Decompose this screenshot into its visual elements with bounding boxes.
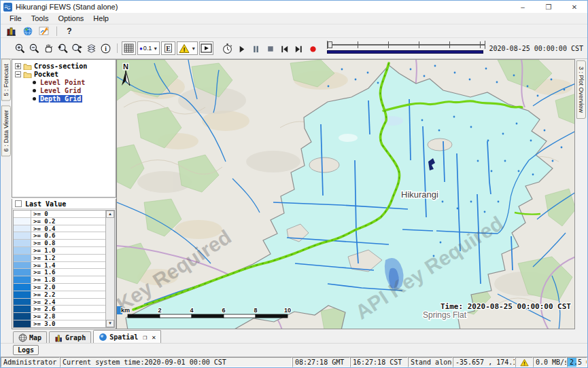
tab-data-viewer[interactable]: 6 : Data Viewer	[1, 105, 11, 156]
timeseries-icon[interactable]	[36, 25, 52, 37]
database-icon[interactable]	[3, 25, 20, 37]
zoom-in-icon[interactable]	[13, 41, 27, 55]
right-tab-rail: 3 : Plot Overview	[575, 59, 587, 329]
tree-node-pocket[interactable]: Pocket	[12, 70, 116, 78]
legend-row: >= 0.6	[14, 232, 114, 240]
legend-row-label: >= 0.2	[31, 218, 114, 225]
warning-icon: !	[520, 358, 529, 367]
legend-row-label: >= 0.6	[31, 232, 114, 239]
step-forward-icon[interactable]	[292, 41, 306, 55]
window-title: Hikurangi FEWS (Stand alone)	[16, 3, 118, 11]
legend-row: >= 0.2	[14, 218, 114, 225]
last-value-option[interactable]: Last Value	[12, 199, 116, 209]
pause-icon[interactable]	[249, 41, 263, 55]
layers-icon[interactable]	[84, 41, 99, 55]
tab-graph[interactable]: Graph	[49, 331, 91, 343]
status-warning-cell[interactable]: !	[515, 357, 533, 367]
globe-icon[interactable]	[20, 25, 36, 37]
tab-plot-overview[interactable]: 3 : Plot Overview	[576, 60, 586, 119]
tree-node-level-point[interactable]: Level Point	[12, 78, 116, 86]
scroll-down-icon[interactable]: ▼	[106, 320, 114, 327]
layer-tree: Cross-section Pocket Level Point Level G…	[12, 59, 116, 198]
animation-timer-icon[interactable]	[220, 41, 235, 55]
legend-color-swatch	[14, 247, 31, 254]
zoom-previous-icon[interactable]	[56, 41, 70, 55]
legend-row: >= 1.4	[14, 262, 114, 270]
map-canvas[interactable]: API Key Required API Key Required Hikura…	[116, 59, 575, 329]
contour-dot-icon: ●	[139, 45, 143, 52]
status-bar: Administrator Current system time:2020-0…	[1, 356, 587, 367]
legend-row-label: >= 0.8	[31, 240, 114, 246]
node-dot-icon	[33, 97, 36, 100]
scroll-up-icon[interactable]: ▲	[106, 210, 114, 218]
warning-dropdown[interactable]: ! ▼	[177, 41, 198, 55]
animation-window-icon[interactable]	[199, 41, 213, 55]
maximize-button[interactable]: ❐	[536, 1, 561, 13]
zoom-next-icon[interactable]	[70, 41, 84, 55]
globe-icon	[99, 333, 107, 342]
svg-text:E: E	[166, 45, 171, 52]
info-icon[interactable]: i	[99, 41, 113, 55]
view-tabs: Map Graph Spatial ❐ ✕	[1, 329, 587, 343]
contour-interval-dropdown[interactable]: ● 0.1 ▼	[137, 41, 160, 55]
tab-spatial[interactable]: Spatial ❐ ✕	[93, 330, 161, 343]
legend-table: >= 0>= 0.2>= 0.4>= 0.6>= 0.8>= 1.0>= 1.2…	[13, 210, 115, 328]
tree-node-cross-section[interactable]: Cross-section	[12, 62, 116, 70]
node-dot-icon	[33, 89, 36, 92]
expand-icon[interactable]	[15, 63, 21, 69]
toolbar-separator	[117, 43, 118, 53]
legend-row-label: >= 1.6	[31, 269, 114, 276]
legend-row: >= 2.0	[14, 284, 114, 291]
last-value-checkbox[interactable]	[15, 200, 22, 207]
collapse-icon[interactable]	[15, 71, 21, 77]
place-label-springs-flat: Springs Flat	[423, 310, 467, 320]
legend-row: >= 0.4	[14, 225, 114, 233]
record-icon[interactable]	[306, 41, 320, 55]
map-toolbar: i ● 0.1 ▼ E ! ▼	[1, 38, 587, 59]
logs-button[interactable]: Logs	[13, 345, 39, 355]
time-slider[interactable]	[327, 41, 485, 56]
legend-color-swatch	[14, 276, 31, 283]
stop-icon[interactable]	[263, 41, 277, 55]
legend-row: >= 2.8	[14, 313, 114, 320]
legend-row-label: >= 3.0	[31, 320, 114, 327]
close-button[interactable]: ✕	[561, 1, 587, 13]
legend-scrollbar[interactable]: ▲ ▼	[105, 210, 114, 327]
menu-tools[interactable]: Tools	[27, 14, 54, 23]
tree-node-depth-grid[interactable]: Depth Grid	[12, 94, 116, 103]
help-icon[interactable]: ?	[61, 25, 77, 37]
svg-text:i: i	[105, 45, 107, 52]
tree-node-level-grid[interactable]: Level Grid	[12, 86, 116, 94]
pan-hand-icon[interactable]	[41, 41, 56, 55]
svg-text:4: 4	[190, 307, 193, 314]
svg-text:6: 6	[222, 307, 225, 314]
bar-chart-icon	[54, 333, 63, 342]
grid-toggle-icon[interactable]	[122, 41, 136, 55]
menu-options[interactable]: Options	[53, 14, 88, 23]
panel-maximize-icon[interactable]: ❐	[143, 333, 147, 341]
legend-color-swatch	[14, 225, 31, 232]
tab-forecast[interactable]: 5 : Forecast	[1, 59, 11, 101]
legend-row: >= 1.6	[14, 269, 114, 276]
time-slider-handle[interactable]	[328, 41, 332, 48]
svg-text:8: 8	[254, 307, 257, 314]
place-label-hikurangi: Hikurangi	[401, 189, 438, 200]
legend-color-swatch	[14, 210, 31, 217]
panel-close-icon[interactable]: ✕	[152, 333, 156, 341]
map-time-label: Time: 2020-08-25 00:00:00 CST	[440, 302, 571, 311]
legend-row: >= 0	[14, 210, 114, 218]
zoom-out-icon[interactable]	[27, 41, 41, 55]
minimize-button[interactable]: –	[510, 1, 536, 13]
left-tab-rail: 5 : Forecast 6 : Data Viewer	[1, 59, 12, 329]
menu-help[interactable]: Help	[88, 14, 114, 23]
legend-color-swatch	[14, 284, 31, 291]
legend-toggle-icon[interactable]: E	[161, 41, 175, 55]
play-icon[interactable]	[235, 41, 249, 55]
step-back-icon[interactable]	[277, 41, 292, 55]
menu-file[interactable]: File	[5, 14, 27, 23]
spatial-sidebar: Cross-section Pocket Level Point Level G…	[12, 59, 116, 329]
tab-map[interactable]: Map	[13, 331, 47, 343]
legend-row: >= 1.0	[14, 247, 114, 255]
app-logo-icon	[3, 3, 12, 12]
legend-color-swatch	[14, 291, 31, 298]
